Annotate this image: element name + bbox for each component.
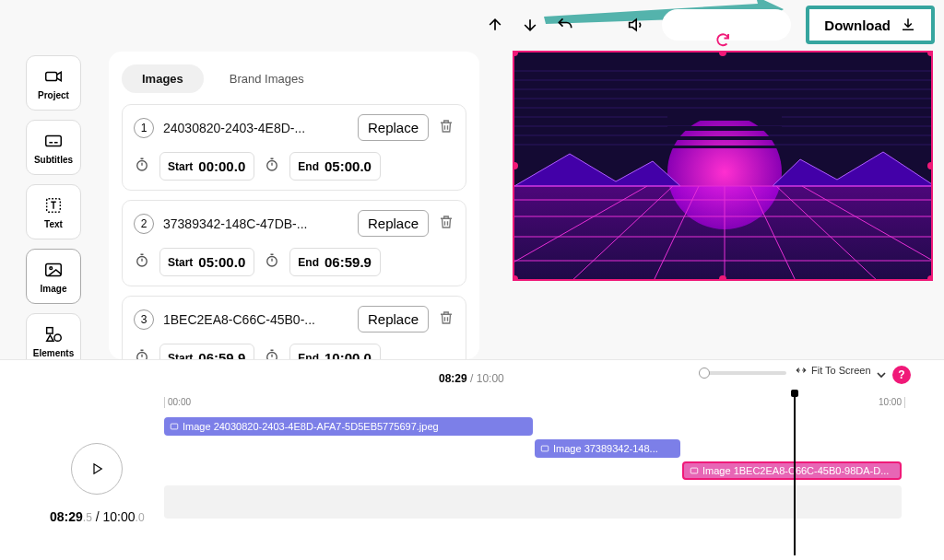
replace-button[interactable]: Replace	[358, 114, 429, 141]
sidebar: Project Subtitles Text Image Elements	[26, 55, 81, 368]
trash-icon[interactable]	[438, 309, 454, 330]
timeline-clip-1[interactable]: Image 24030820-2403-4E8D-AFA7-5D5EB57756…	[164, 417, 533, 436]
svg-rect-25	[667, 115, 782, 121]
stopwatch-icon	[134, 157, 150, 177]
timeline-footer: 08:29 / 10:00 Fit To Screen ? 08:29.5 / …	[0, 359, 944, 560]
time-readout: 08:29 / 10:00	[439, 372, 504, 385]
resize-handle[interactable]	[927, 162, 933, 169]
image-card-1: 1 24030820-2403-4E8D-... Replace Start 0…	[122, 104, 466, 191]
svg-rect-4	[46, 263, 62, 275]
sidebar-item-text[interactable]: Text	[26, 184, 81, 239]
start-time-input[interactable]: Start05:00.0	[159, 248, 254, 276]
image-icon	[43, 260, 64, 280]
audio-track[interactable]	[164, 485, 902, 519]
file-name: 37389342-148C-47DB-...	[163, 216, 348, 231]
svg-rect-26	[667, 126, 782, 131]
file-name: 1BEC2EA8-C66C-45B0-...	[163, 312, 348, 327]
synthwave-image	[514, 52, 933, 281]
camera-icon	[43, 66, 64, 87]
end-time-input[interactable]: End10:00.0	[289, 344, 381, 359]
top-toolbar: Download	[485, 6, 935, 44]
start-time-input[interactable]: Start 00:00.0	[159, 152, 254, 181]
replace-button[interactable]: Replace	[358, 306, 429, 332]
download-icon	[900, 17, 916, 33]
svg-rect-1	[46, 72, 57, 80]
tracks-area[interactable]: 00:00 10:00 Image 24030820-2403-4E8D-AFA…	[164, 397, 905, 554]
stopwatch-icon	[264, 252, 280, 273]
play-time-readout: 08:29.5 / 10:00.0	[50, 509, 145, 524]
item-number: 1	[134, 118, 154, 138]
fit-icon	[795, 364, 808, 377]
end-time-input[interactable]: End06:59.9	[289, 248, 381, 276]
resize-handle[interactable]	[927, 51, 933, 56]
resize-handle[interactable]	[719, 275, 726, 281]
timeline-clip-3[interactable]: Image 1BEC2EA8-C66C-45B0-98DA-D...	[682, 461, 902, 480]
image-card-2: 2 37389342-148C-47DB-... Replace Start05…	[122, 200, 466, 286]
resize-handle[interactable]	[513, 275, 518, 281]
resize-handle[interactable]	[927, 275, 933, 281]
ruler-start: 00:00	[164, 397, 191, 408]
redo-icon[interactable]	[714, 31, 731, 52]
item-number: 3	[134, 309, 154, 330]
play-icon	[88, 461, 105, 477]
sidebar-item-project[interactable]: Project	[26, 55, 81, 111]
tab-images[interactable]: Images	[122, 64, 204, 93]
text-icon	[43, 195, 64, 216]
stopwatch-icon	[264, 348, 280, 360]
undo-icon[interactable]	[555, 15, 575, 35]
play-button[interactable]	[71, 443, 123, 495]
shapes-icon	[43, 324, 64, 344]
item-number: 2	[134, 214, 154, 234]
svg-rect-6	[47, 327, 53, 332]
images-panel: Images Brand Images 1 24030820-2403-4E8D…	[109, 52, 479, 359]
playhead[interactable]	[794, 393, 796, 555]
arrow-down-icon[interactable]	[520, 15, 540, 35]
speaker-icon[interactable]	[627, 15, 647, 35]
svg-point-7	[54, 334, 61, 341]
timeline-clip-2[interactable]: Image 37389342-148...	[535, 439, 680, 458]
tab-brand-images[interactable]: Brand Images	[209, 64, 324, 93]
svg-rect-27	[667, 136, 782, 140]
timeline-body: 08:29.5 / 10:00.0 00:00 10:00 Image 2403…	[0, 397, 944, 560]
chevron-down-icon[interactable]	[874, 368, 889, 386]
subtitles-icon	[43, 131, 64, 151]
image-card-3: 3 1BEC2EA8-C66C-45B0-... Replace Start06…	[122, 296, 466, 359]
stopwatch-icon	[134, 252, 150, 273]
fit-to-screen-toggle[interactable]: Fit To Screen	[795, 364, 878, 377]
download-label: Download	[824, 18, 891, 33]
trash-icon[interactable]	[438, 118, 454, 138]
file-name: 24030820-2403-4E8D-...	[163, 121, 348, 135]
download-button[interactable]: Download	[806, 6, 935, 44]
svg-rect-28	[667, 146, 782, 148]
sidebar-item-subtitles[interactable]: Subtitles	[26, 120, 81, 175]
end-time-input[interactable]: End 05:00.0	[289, 152, 381, 181]
preview-canvas[interactable]	[513, 51, 933, 281]
help-button[interactable]: ?	[892, 366, 911, 384]
start-time-input[interactable]: Start06:59.9	[159, 344, 254, 359]
ruler-end: 10:00	[879, 397, 905, 408]
svg-rect-2	[46, 135, 62, 146]
svg-rect-43	[541, 446, 549, 451]
zoom-slider[interactable]	[699, 371, 786, 375]
trash-icon[interactable]	[438, 214, 454, 234]
arrow-up-icon[interactable]	[485, 15, 505, 35]
svg-rect-44	[690, 468, 698, 473]
svg-point-5	[50, 266, 53, 269]
panel-tabs: Images Brand Images	[122, 64, 466, 93]
stopwatch-icon	[264, 157, 280, 177]
zoom-thumb[interactable]	[699, 368, 710, 379]
stopwatch-icon	[134, 348, 150, 360]
svg-rect-42	[171, 424, 178, 429]
replace-button[interactable]: Replace	[358, 210, 429, 237]
sidebar-item-image[interactable]: Image	[26, 249, 81, 304]
